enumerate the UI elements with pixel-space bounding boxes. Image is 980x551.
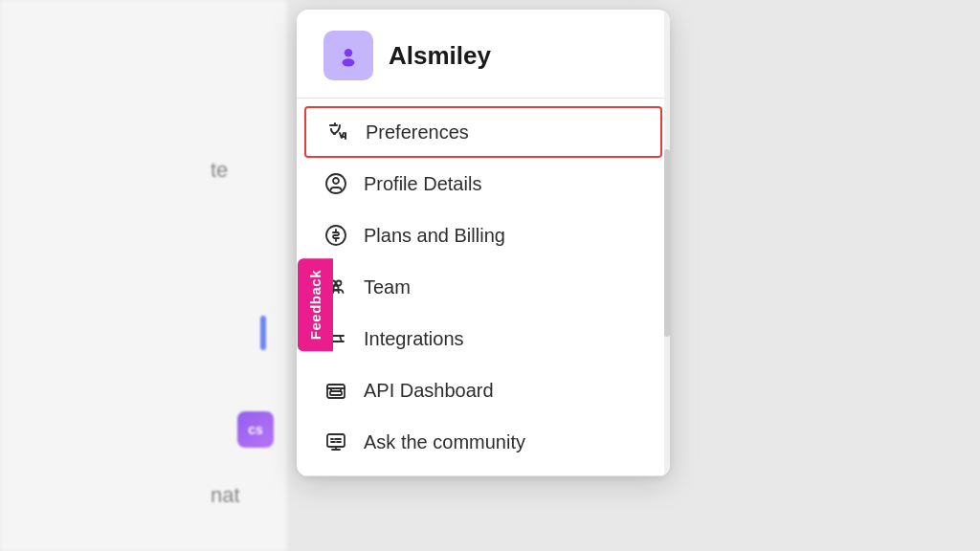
plans-billing-label: Plans and Billing bbox=[364, 225, 505, 247]
menu-item-ask-community[interactable]: Ask the community bbox=[297, 416, 670, 468]
team-label: Team bbox=[364, 276, 411, 298]
scrollbar-thumb[interactable] bbox=[664, 149, 670, 336]
community-icon bbox=[323, 430, 348, 454]
menu-item-integrations[interactable]: Integrations bbox=[297, 313, 670, 364]
bg-blue-bar bbox=[260, 316, 266, 350]
feedback-wrapper: Feedback bbox=[298, 258, 333, 351]
translate-icon bbox=[325, 120, 350, 144]
api-dashboard-label: API Dashboard bbox=[364, 380, 494, 402]
bg-cs-icon: cs bbox=[237, 411, 274, 448]
svg-point-2 bbox=[343, 58, 355, 66]
ask-community-label: Ask the community bbox=[364, 431, 525, 453]
avatar bbox=[323, 31, 373, 80]
avatar-icon bbox=[337, 44, 360, 67]
menu-item-preferences[interactable]: Preferences bbox=[304, 106, 662, 158]
svg-point-7 bbox=[337, 281, 342, 286]
billing-icon bbox=[323, 223, 348, 248]
api-icon bbox=[323, 378, 348, 403]
profile-icon bbox=[323, 171, 348, 196]
bg-text-nat: nat bbox=[211, 483, 240, 508]
bg-text-te: te bbox=[211, 158, 228, 183]
footer-divider bbox=[297, 475, 670, 476]
profile-details-label: Profile Details bbox=[364, 173, 481, 195]
user-header: Alsmiley bbox=[297, 10, 670, 98]
menu-item-api-dashboard[interactable]: API Dashboard bbox=[297, 364, 670, 416]
menu-item-team[interactable]: Team bbox=[297, 261, 670, 313]
svg-point-4 bbox=[333, 178, 339, 184]
svg-rect-10 bbox=[330, 391, 342, 395]
username: Alsmiley bbox=[389, 41, 491, 71]
feedback-button[interactable]: Feedback bbox=[298, 258, 333, 351]
svg-rect-11 bbox=[327, 434, 345, 447]
menu-item-plans-billing[interactable]: Plans and Billing bbox=[297, 209, 670, 261]
user-dropdown-menu: Alsmiley Preferences bbox=[297, 10, 670, 476]
svg-point-1 bbox=[345, 49, 352, 56]
menu-item-profile-details[interactable]: Profile Details bbox=[297, 158, 670, 209]
background-sidebar bbox=[0, 0, 287, 551]
menu-list: Preferences Profile Details bbox=[297, 99, 670, 475]
preferences-label: Preferences bbox=[366, 121, 469, 143]
scrollbar[interactable] bbox=[664, 10, 670, 476]
integrations-label: Integrations bbox=[364, 328, 464, 350]
